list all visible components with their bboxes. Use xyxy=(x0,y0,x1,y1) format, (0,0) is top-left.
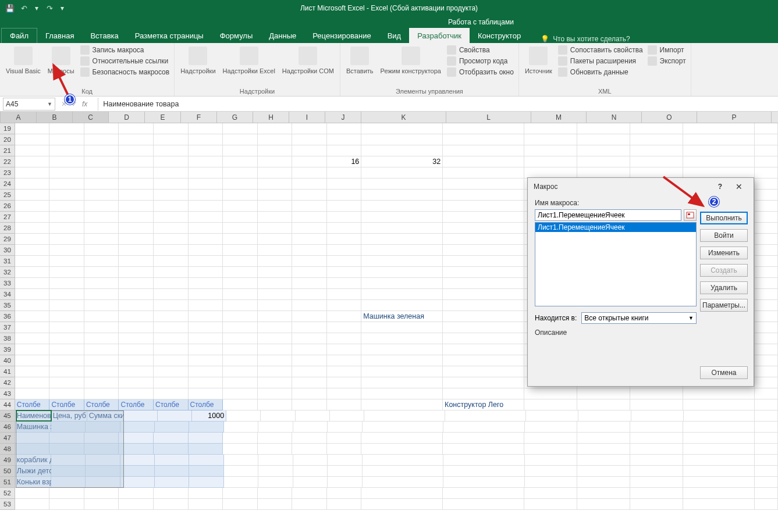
cell[interactable] xyxy=(327,134,362,145)
macro-security-button[interactable]: Безопасность макросов xyxy=(80,67,170,77)
cell[interactable] xyxy=(577,134,630,145)
cell[interactable] xyxy=(258,488,293,499)
cell[interactable] xyxy=(49,322,84,333)
cell[interactable] xyxy=(258,190,293,201)
cell[interactable] xyxy=(296,410,330,422)
cell[interactable] xyxy=(258,344,293,355)
cell[interactable]: 16 xyxy=(327,156,362,167)
cell[interactable] xyxy=(226,410,261,422)
cell[interactable] xyxy=(328,422,362,433)
cell[interactable] xyxy=(223,223,258,234)
tab-data[interactable]: Данные xyxy=(261,28,304,43)
cell[interactable] xyxy=(258,256,293,267)
cell[interactable]: Столбе▼ xyxy=(49,399,84,410)
map-properties-button[interactable]: Сопоставить свойства xyxy=(558,45,643,55)
cell[interactable]: Машинка зеленая xyxy=(361,311,443,322)
cell[interactable] xyxy=(443,201,524,212)
cell[interactable] xyxy=(84,388,119,399)
cell[interactable] xyxy=(84,267,119,278)
cell[interactable] xyxy=(630,455,683,466)
xml-source-button[interactable]: Источник xyxy=(521,44,556,87)
cell[interactable] xyxy=(443,366,524,377)
cell[interactable] xyxy=(524,123,577,134)
cell[interactable] xyxy=(49,278,84,289)
cell[interactable] xyxy=(154,322,189,333)
row-header[interactable]: 37 xyxy=(0,322,15,333)
cell[interactable] xyxy=(15,178,50,190)
cell[interactable] xyxy=(119,300,154,311)
cell[interactable] xyxy=(154,190,189,201)
row-header[interactable]: 42 xyxy=(0,377,15,388)
cell[interactable] xyxy=(630,477,683,488)
cell[interactable] xyxy=(292,399,327,410)
cell[interactable] xyxy=(443,388,524,399)
row-header[interactable]: 52 xyxy=(0,488,15,499)
cell[interactable] xyxy=(15,300,50,311)
cell[interactable] xyxy=(154,377,189,388)
undo-icon[interactable]: ↶ xyxy=(19,3,29,13)
cell[interactable] xyxy=(49,267,84,278)
cell[interactable] xyxy=(524,433,577,444)
cell[interactable] xyxy=(361,190,443,201)
cell[interactable] xyxy=(361,322,443,333)
cell[interactable] xyxy=(755,366,778,377)
cell[interactable] xyxy=(361,123,443,134)
cell[interactable] xyxy=(683,123,755,134)
cell[interactable] xyxy=(683,477,754,488)
enter-formula-icon[interactable]: ✓ xyxy=(72,100,77,108)
cell[interactable] xyxy=(189,145,223,156)
cell[interactable] xyxy=(189,333,223,344)
cell[interactable] xyxy=(755,311,778,322)
cell[interactable] xyxy=(755,410,778,422)
cell[interactable] xyxy=(443,223,524,234)
cell[interactable] xyxy=(189,433,223,444)
cell[interactable] xyxy=(292,444,327,455)
cell[interactable] xyxy=(755,444,778,455)
cell[interactable] xyxy=(630,399,683,410)
row-header[interactable]: 19 xyxy=(0,123,15,134)
cell[interactable] xyxy=(119,444,154,455)
cell[interactable] xyxy=(361,366,443,377)
cell[interactable] xyxy=(327,499,362,510)
cell[interactable] xyxy=(631,410,684,422)
cell[interactable] xyxy=(293,466,328,477)
cell[interactable] xyxy=(361,278,443,289)
cell[interactable] xyxy=(577,466,630,477)
macros-button[interactable]: Макросы xyxy=(44,44,78,87)
row-header[interactable]: 50 xyxy=(0,466,15,477)
cell[interactable] xyxy=(525,477,578,488)
cell[interactable] xyxy=(154,289,189,300)
cell[interactable] xyxy=(154,488,189,499)
cell[interactable] xyxy=(189,422,223,433)
cell[interactable] xyxy=(292,267,327,278)
cell[interactable] xyxy=(189,366,223,377)
cell[interactable] xyxy=(154,444,189,455)
cell[interactable] xyxy=(84,355,119,366)
cell[interactable] xyxy=(49,355,84,366)
cell[interactable] xyxy=(443,488,524,499)
cell[interactable] xyxy=(443,444,524,455)
row-header[interactable]: 35 xyxy=(0,300,15,311)
cell[interactable] xyxy=(258,433,293,444)
cell[interactable] xyxy=(15,123,50,134)
cell[interactable] xyxy=(443,212,524,223)
cell[interactable] xyxy=(223,201,258,212)
cell[interactable] xyxy=(84,212,119,223)
design-mode-button[interactable]: Режим конструктора xyxy=(377,44,445,87)
cell[interactable] xyxy=(755,245,778,256)
cell[interactable]: Столбе▼ xyxy=(154,399,189,410)
cell[interactable] xyxy=(189,267,223,278)
row-header[interactable]: 33 xyxy=(0,278,15,289)
cell[interactable] xyxy=(443,499,524,510)
row-header[interactable]: 36 xyxy=(0,311,15,322)
row-header[interactable]: 32 xyxy=(0,267,15,278)
cell[interactable] xyxy=(119,145,154,156)
cell[interactable] xyxy=(361,344,443,355)
cell[interactable] xyxy=(577,499,630,510)
cell[interactable] xyxy=(15,388,50,399)
cell[interactable] xyxy=(755,234,778,245)
cell[interactable] xyxy=(49,178,84,190)
col-header-m[interactable]: M xyxy=(531,112,587,123)
cell[interactable] xyxy=(49,377,84,388)
cell[interactable] xyxy=(119,311,154,322)
